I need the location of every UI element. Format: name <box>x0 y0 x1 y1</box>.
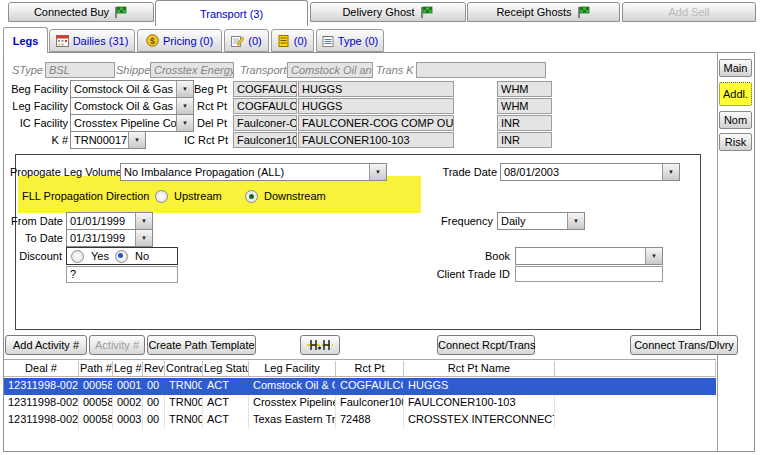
cell-deal: 12311998-0022-00 <box>4 395 79 412</box>
beg-facility-select[interactable]: Comstock Oil & Gas Cro ▼ <box>70 80 194 98</box>
connect-trans-dlvry-button[interactable]: Connect Trans/Dlvry <box>630 335 738 355</box>
shipper-field[interactable]: Crosstex Energy Serv <box>150 62 234 78</box>
tab-transport[interactable]: Transport (3) <box>155 0 308 26</box>
rct-pt-name-field[interactable]: HUGGS <box>298 98 454 114</box>
cell-rev: 00 <box>143 412 165 429</box>
downstream-radio[interactable] <box>245 190 258 203</box>
checkered-flag-icon <box>577 6 591 19</box>
table-row[interactable]: 12311998-0022-00 000585 0002 00 TRN00015… <box>4 395 716 412</box>
memo-field[interactable]: ? <box>66 266 178 283</box>
transporter-field[interactable]: Comstock Oil and Gas <box>287 62 373 78</box>
book-value <box>516 248 645 264</box>
col-header-deal: Deal # <box>4 361 79 376</box>
rct-pt-type-field[interactable]: WHM <box>497 98 552 114</box>
cell-leg-facility: Crosstex Pipeline Compar <box>249 395 336 412</box>
subtab-label: Type (0) <box>338 35 378 47</box>
del-pt-code-field[interactable]: Faulconer-CO <box>233 115 297 131</box>
subtab-dailies[interactable]: Dailies (31) <box>49 29 135 52</box>
cell-contract: TRN00001 <box>165 412 203 429</box>
cell-rct-pt-name: FAULCONER100-103 <box>404 395 555 412</box>
col-header-rev: Rev <box>143 361 165 376</box>
add-activity-button[interactable]: Add Activity # <box>5 335 87 355</box>
discount-radio-group: Yes No <box>66 247 178 265</box>
from-date-label: From Date <box>8 214 63 229</box>
ic-rct-pt-name-field[interactable]: FAULCONER100-103 <box>298 132 454 148</box>
subtab-label: Legs <box>13 35 39 47</box>
k-number-select[interactable]: TRN00017 ▼ <box>70 131 146 149</box>
subtab-legs[interactable]: Legs <box>3 27 48 53</box>
cell-leg-status: ACT <box>203 412 249 429</box>
side-button-risk[interactable]: Risk <box>719 133 752 151</box>
cell-rct-pt-name: HUGGS <box>404 378 555 395</box>
subtab-label: (0) <box>248 35 261 47</box>
subtab-type[interactable]: Type (0) <box>316 29 384 52</box>
cell-filler <box>555 378 716 395</box>
beg-pt-name-field[interactable]: HUGGS <box>298 81 454 97</box>
dropdown-arrow-icon[interactable]: ▼ <box>135 213 152 229</box>
subtab-storage[interactable]: (0) <box>271 29 314 52</box>
trans-k-field[interactable] <box>416 62 546 78</box>
rct-pt-label: Rct Pt <box>180 99 227 114</box>
dropdown-arrow-icon[interactable]: ▼ <box>369 164 386 180</box>
dropdown-arrow-icon[interactable]: ▼ <box>128 132 145 148</box>
trade-date-value: 08/01/2003 <box>501 164 662 180</box>
path-connect-icon-button[interactable] <box>300 335 340 355</box>
tab-label: Add Sell <box>669 6 710 18</box>
trade-date-select[interactable]: 08/01/2003 ▼ <box>500 163 680 181</box>
create-path-template-button[interactable]: Create Path Template <box>147 335 256 355</box>
table-row[interactable]: 12311998-0022-00 000585 0001 00 TRN00017… <box>4 378 716 395</box>
connect-rcpt-trans-button[interactable]: Connect Rcpt/Trans <box>437 335 535 355</box>
beg-pt-code-field[interactable]: COGFAULCON <box>233 81 297 97</box>
tab-delivery-ghost[interactable]: Delivery Ghost <box>310 2 466 22</box>
client-trade-id-field[interactable] <box>515 266 663 282</box>
del-pt-label: Del Pt <box>180 116 227 131</box>
to-date-label: To Date <box>8 231 63 246</box>
frequency-select[interactable]: Daily ▼ <box>497 212 585 230</box>
book-label: Book <box>430 249 510 264</box>
col-header-leg: Leg # <box>113 361 143 376</box>
tab-connected-buy[interactable]: Connected Buy <box>8 2 154 22</box>
side-button-main[interactable]: Main <box>719 59 752 77</box>
fll-direction-label: FLL Propagation Direction <box>22 189 142 204</box>
ic-facility-select[interactable]: Crosstex Pipeline Comp ▼ <box>70 114 194 132</box>
dropdown-arrow-icon[interactable]: ▼ <box>645 248 662 264</box>
side-button-nom[interactable]: Nom <box>719 111 752 129</box>
cell-path: 000585 <box>79 378 113 395</box>
cell-contract: TRN00017 <box>165 378 203 395</box>
from-date-select[interactable]: 01/01/1999 ▼ <box>66 212 153 230</box>
side-button-addl[interactable]: Addl. <box>719 82 752 106</box>
beg-facility-value: Comstock Oil & Gas Cro <box>71 81 176 97</box>
cell-leg-facility: Comstock Oil & Gas Cros <box>249 378 336 395</box>
propagate-select[interactable]: No Imbalance Propagation (ALL) ▼ <box>120 163 387 181</box>
k-number-label: K # <box>4 133 68 148</box>
dropdown-arrow-icon[interactable]: ▼ <box>662 164 679 180</box>
rct-pt-code-field[interactable]: COGFAULCON <box>233 98 297 114</box>
downstream-radio-label: Downstream <box>259 190 326 202</box>
del-pt-name-field[interactable]: FAULCONER-COG COMP OUTLET <box>298 115 454 131</box>
dropdown-arrow-icon[interactable]: ▼ <box>135 230 152 246</box>
leg-facility-select[interactable]: Comstock Oil & Gas Cro ▼ <box>70 97 194 115</box>
del-pt-type-field[interactable]: INR <box>497 115 552 131</box>
dropdown-arrow-icon[interactable]: ▼ <box>567 213 584 229</box>
to-date-select[interactable]: 01/31/1999 ▼ <box>66 229 153 247</box>
notepad-pencil-icon <box>231 35 244 47</box>
transporter-label: Transporter <box>240 63 285 78</box>
table-row[interactable]: 12311998-0022-00 000585 0003 00 TRN00001… <box>4 412 716 429</box>
cell-filler <box>555 395 716 412</box>
tab-receipt-ghosts[interactable]: Receipt Ghosts <box>467 2 620 22</box>
stype-field[interactable]: BSL <box>45 62 115 78</box>
upstream-radio[interactable] <box>155 190 168 203</box>
beg-pt-type-field[interactable]: WHM <box>497 81 552 97</box>
subtab-pricing[interactable]: $ Pricing (0) <box>137 29 222 52</box>
cell-path: 000585 <box>79 412 113 429</box>
beg-pt-label: Beg Pt <box>180 82 227 97</box>
ic-rct-pt-code-field[interactable]: Faulconer100 <box>233 132 297 148</box>
discount-no-radio[interactable] <box>115 250 128 263</box>
ic-rct-pt-type-field[interactable]: INR <box>497 132 552 148</box>
subtab-notes[interactable]: (0) <box>224 29 269 52</box>
col-header-leg-status: Leg Status <box>203 361 249 376</box>
cell-leg: 0001 <box>113 378 143 395</box>
discount-yes-radio[interactable] <box>71 250 84 263</box>
book-select[interactable]: ▼ <box>515 247 663 265</box>
cell-leg-status: ACT <box>203 378 249 395</box>
